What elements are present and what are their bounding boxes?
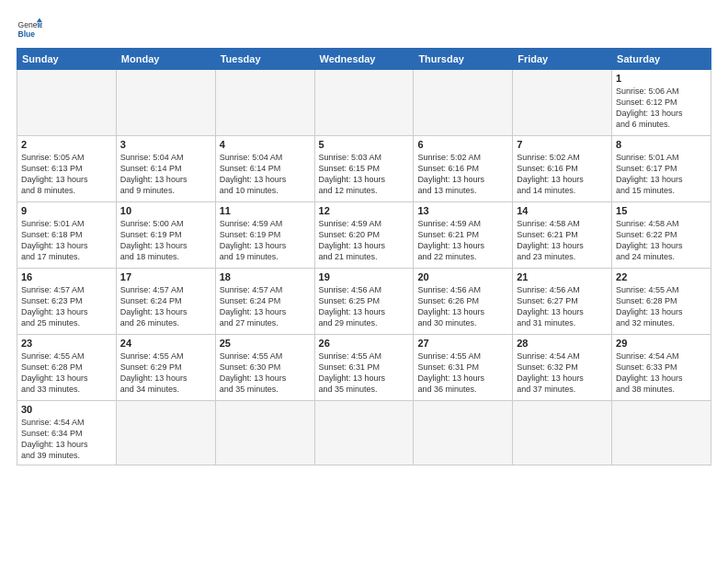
day-info: Sunrise: 5:02 AM Sunset: 6:16 PM Dayligh… bbox=[517, 152, 608, 197]
day-info: Sunrise: 4:56 AM Sunset: 6:27 PM Dayligh… bbox=[517, 284, 608, 329]
day-info: Sunrise: 4:55 AM Sunset: 6:29 PM Dayligh… bbox=[120, 350, 211, 396]
week-row-5: 30Sunrise: 4:54 AM Sunset: 6:34 PM Dayli… bbox=[17, 401, 711, 465]
calendar-cell: 10Sunrise: 5:00 AM Sunset: 6:19 PM Dayli… bbox=[116, 202, 215, 269]
day-number: 22 bbox=[616, 271, 707, 282]
day-info: Sunrise: 4:54 AM Sunset: 6:33 PM Dayligh… bbox=[616, 350, 707, 396]
calendar-cell: 11Sunrise: 4:59 AM Sunset: 6:19 PM Dayli… bbox=[215, 202, 314, 269]
day-info: Sunrise: 4:57 AM Sunset: 6:23 PM Dayligh… bbox=[21, 284, 112, 329]
calendar-cell: 16Sunrise: 4:57 AM Sunset: 6:23 PM Dayli… bbox=[17, 269, 117, 335]
day-info: Sunrise: 4:57 AM Sunset: 6:24 PM Dayligh… bbox=[220, 284, 311, 329]
calendar-cell: 9Sunrise: 5:01 AM Sunset: 6:18 PM Daylig… bbox=[17, 202, 117, 269]
calendar-cell bbox=[215, 70, 314, 136]
day-number: 9 bbox=[21, 205, 112, 216]
calendar-cell: 23Sunrise: 4:55 AM Sunset: 6:28 PM Dayli… bbox=[17, 335, 117, 401]
calendar-cell bbox=[17, 70, 117, 136]
day-number: 13 bbox=[417, 205, 508, 216]
day-info: Sunrise: 5:05 AM Sunset: 6:13 PM Dayligh… bbox=[21, 152, 112, 197]
week-row-1: 2Sunrise: 5:05 AM Sunset: 6:13 PM Daylig… bbox=[17, 136, 711, 202]
calendar-cell bbox=[215, 401, 314, 465]
day-info: Sunrise: 5:00 AM Sunset: 6:19 PM Dayligh… bbox=[120, 218, 211, 263]
svg-text:Blue: Blue bbox=[18, 29, 36, 39]
day-number: 20 bbox=[417, 271, 508, 282]
day-info: Sunrise: 4:59 AM Sunset: 6:19 PM Dayligh… bbox=[220, 218, 311, 263]
week-row-4: 23Sunrise: 4:55 AM Sunset: 6:28 PM Dayli… bbox=[17, 335, 711, 401]
calendar-cell bbox=[314, 70, 414, 136]
day-info: Sunrise: 5:01 AM Sunset: 6:17 PM Dayligh… bbox=[616, 152, 707, 197]
header: General Blue bbox=[17, 17, 711, 42]
day-info: Sunrise: 4:58 AM Sunset: 6:21 PM Dayligh… bbox=[517, 218, 608, 263]
day-info: Sunrise: 4:55 AM Sunset: 6:30 PM Dayligh… bbox=[220, 350, 311, 396]
calendar-cell: 6Sunrise: 5:02 AM Sunset: 6:16 PM Daylig… bbox=[414, 136, 513, 202]
day-info: Sunrise: 4:55 AM Sunset: 6:28 PM Dayligh… bbox=[616, 284, 707, 329]
calendar-cell: 24Sunrise: 4:55 AM Sunset: 6:29 PM Dayli… bbox=[116, 335, 215, 401]
day-number: 23 bbox=[21, 338, 112, 349]
calendar-cell: 1Sunrise: 5:06 AM Sunset: 6:12 PM Daylig… bbox=[612, 70, 711, 136]
day-number: 25 bbox=[220, 338, 311, 349]
weekday-header-sunday: Sunday bbox=[17, 49, 117, 70]
calendar-cell bbox=[513, 401, 612, 465]
day-info: Sunrise: 4:55 AM Sunset: 6:31 PM Dayligh… bbox=[417, 350, 508, 396]
calendar-cell: 22Sunrise: 4:55 AM Sunset: 6:28 PM Dayli… bbox=[612, 269, 711, 335]
day-info: Sunrise: 4:56 AM Sunset: 6:25 PM Dayligh… bbox=[319, 284, 410, 329]
day-number: 28 bbox=[517, 338, 608, 349]
day-info: Sunrise: 5:04 AM Sunset: 6:14 PM Dayligh… bbox=[120, 152, 211, 197]
calendar-cell: 17Sunrise: 4:57 AM Sunset: 6:24 PM Dayli… bbox=[116, 269, 215, 335]
calendar-cell: 18Sunrise: 4:57 AM Sunset: 6:24 PM Dayli… bbox=[215, 269, 314, 335]
weekday-header-tuesday: Tuesday bbox=[215, 49, 314, 70]
day-info: Sunrise: 5:02 AM Sunset: 6:16 PM Dayligh… bbox=[417, 152, 508, 197]
day-number: 5 bbox=[319, 139, 410, 150]
day-info: Sunrise: 4:59 AM Sunset: 6:21 PM Dayligh… bbox=[417, 218, 508, 263]
day-number: 19 bbox=[319, 271, 410, 282]
day-info: Sunrise: 4:55 AM Sunset: 6:28 PM Dayligh… bbox=[21, 350, 112, 396]
calendar-cell: 3Sunrise: 5:04 AM Sunset: 6:14 PM Daylig… bbox=[116, 136, 215, 202]
calendar: SundayMondayTuesdayWednesdayThursdayFrid… bbox=[17, 48, 711, 465]
calendar-cell: 27Sunrise: 4:55 AM Sunset: 6:31 PM Dayli… bbox=[414, 335, 513, 401]
day-info: Sunrise: 4:58 AM Sunset: 6:22 PM Dayligh… bbox=[616, 218, 707, 263]
day-number: 3 bbox=[120, 139, 211, 150]
day-number: 2 bbox=[21, 139, 112, 150]
calendar-cell: 13Sunrise: 4:59 AM Sunset: 6:21 PM Dayli… bbox=[414, 202, 513, 269]
day-number: 30 bbox=[21, 404, 112, 415]
day-number: 1 bbox=[616, 73, 707, 84]
calendar-cell: 25Sunrise: 4:55 AM Sunset: 6:30 PM Dayli… bbox=[215, 335, 314, 401]
week-row-2: 9Sunrise: 5:01 AM Sunset: 6:18 PM Daylig… bbox=[17, 202, 711, 269]
weekday-header-friday: Friday bbox=[513, 49, 612, 70]
calendar-cell: 4Sunrise: 5:04 AM Sunset: 6:14 PM Daylig… bbox=[215, 136, 314, 202]
day-info: Sunrise: 5:03 AM Sunset: 6:15 PM Dayligh… bbox=[319, 152, 410, 197]
week-row-0: 1Sunrise: 5:06 AM Sunset: 6:12 PM Daylig… bbox=[17, 70, 711, 136]
day-info: Sunrise: 4:56 AM Sunset: 6:26 PM Dayligh… bbox=[417, 284, 508, 329]
calendar-cell: 12Sunrise: 4:59 AM Sunset: 6:20 PM Dayli… bbox=[314, 202, 414, 269]
day-number: 10 bbox=[120, 205, 211, 216]
weekday-header-row: SundayMondayTuesdayWednesdayThursdayFrid… bbox=[17, 49, 711, 70]
calendar-cell: 29Sunrise: 4:54 AM Sunset: 6:33 PM Dayli… bbox=[612, 335, 711, 401]
day-number: 12 bbox=[319, 205, 410, 216]
day-info: Sunrise: 4:59 AM Sunset: 6:20 PM Dayligh… bbox=[319, 218, 410, 263]
day-info: Sunrise: 5:04 AM Sunset: 6:14 PM Dayligh… bbox=[220, 152, 311, 197]
day-info: Sunrise: 5:01 AM Sunset: 6:18 PM Dayligh… bbox=[21, 218, 112, 263]
logo: General Blue bbox=[17, 17, 42, 42]
day-number: 17 bbox=[120, 271, 211, 282]
day-number: 6 bbox=[417, 139, 508, 150]
day-number: 8 bbox=[616, 139, 707, 150]
weekday-header-monday: Monday bbox=[116, 49, 215, 70]
day-number: 29 bbox=[616, 338, 707, 349]
day-number: 15 bbox=[616, 205, 707, 216]
day-number: 4 bbox=[220, 139, 311, 150]
calendar-cell: 20Sunrise: 4:56 AM Sunset: 6:26 PM Dayli… bbox=[414, 269, 513, 335]
weekday-header-thursday: Thursday bbox=[414, 49, 513, 70]
calendar-cell bbox=[414, 401, 513, 465]
day-info: Sunrise: 4:57 AM Sunset: 6:24 PM Dayligh… bbox=[120, 284, 211, 329]
calendar-cell: 26Sunrise: 4:55 AM Sunset: 6:31 PM Dayli… bbox=[314, 335, 414, 401]
day-info: Sunrise: 4:55 AM Sunset: 6:31 PM Dayligh… bbox=[319, 350, 410, 396]
day-number: 27 bbox=[417, 338, 508, 349]
calendar-cell bbox=[314, 401, 414, 465]
week-row-3: 16Sunrise: 4:57 AM Sunset: 6:23 PM Dayli… bbox=[17, 269, 711, 335]
day-number: 14 bbox=[517, 205, 608, 216]
weekday-header-wednesday: Wednesday bbox=[314, 49, 414, 70]
calendar-cell: 15Sunrise: 4:58 AM Sunset: 6:22 PM Dayli… bbox=[612, 202, 711, 269]
page: General Blue SundayMondayTuesdayWednesda… bbox=[0, 0, 728, 563]
day-number: 24 bbox=[120, 338, 211, 349]
logo-icon: General Blue bbox=[17, 17, 42, 42]
day-number: 7 bbox=[517, 139, 608, 150]
weekday-header-saturday: Saturday bbox=[612, 49, 711, 70]
